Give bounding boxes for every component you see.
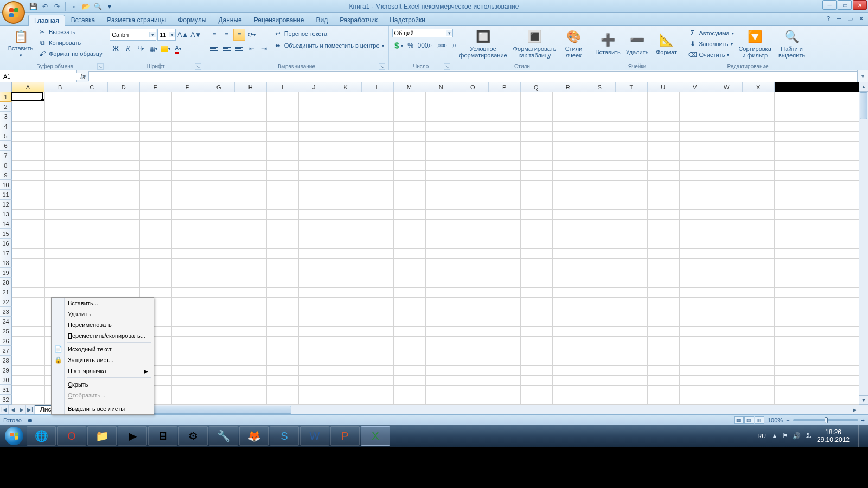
align-center-icon[interactable] bbox=[221, 43, 233, 55]
row-header[interactable]: 3 bbox=[0, 112, 12, 121]
undo-icon[interactable]: ↶ bbox=[40, 2, 50, 11]
help-icon[interactable]: ? bbox=[825, 15, 832, 22]
fill-button[interactable]: ⬇Заполнить▾ bbox=[687, 39, 735, 49]
row-header[interactable]: 25 bbox=[0, 326, 12, 336]
row-header[interactable]: 4 bbox=[0, 121, 12, 131]
fx-icon[interactable]: fx bbox=[80, 73, 85, 80]
taskbar-app3-icon[interactable]: 🔧 bbox=[209, 426, 238, 446]
column-header[interactable]: F bbox=[171, 82, 203, 92]
start-button[interactable] bbox=[2, 425, 26, 447]
ctx-item[interactable]: Выделить все листы bbox=[52, 403, 154, 414]
taskbar-ie-icon[interactable]: 🌐 bbox=[27, 426, 56, 446]
zoom-level[interactable]: 100% bbox=[768, 417, 783, 423]
column-header[interactable]: A bbox=[12, 82, 44, 92]
copy-button[interactable]: ⧉Копировать bbox=[37, 38, 104, 48]
taskbar-word-icon[interactable]: W bbox=[300, 426, 329, 446]
row-header[interactable]: 20 bbox=[0, 278, 12, 287]
format-table-button[interactable]: 🔳Форматировать как таблицу bbox=[512, 27, 558, 62]
align-left-icon[interactable] bbox=[208, 43, 220, 55]
nav-prev-icon[interactable]: ◀ bbox=[9, 405, 17, 414]
row-header[interactable]: 18 bbox=[0, 258, 12, 268]
column-header[interactable]: U bbox=[648, 82, 680, 92]
new-icon[interactable]: ▫ bbox=[69, 2, 79, 11]
row-header[interactable]: 23 bbox=[0, 307, 12, 317]
tab-view[interactable]: Вид bbox=[310, 14, 334, 25]
shrink-font-icon[interactable]: A▼ bbox=[190, 29, 202, 41]
ctx-item[interactable]: Цвет ярлычка▶ bbox=[52, 365, 154, 376]
row-header[interactable]: 19 bbox=[0, 268, 12, 278]
cond-format-button[interactable]: 🔲Условное форматирование bbox=[457, 27, 509, 62]
cut-button[interactable]: ✂Вырезать bbox=[37, 27, 104, 37]
column-header[interactable]: M bbox=[394, 82, 426, 92]
chevron-down-icon[interactable]: ▾ bbox=[149, 32, 156, 37]
nav-last-icon[interactable]: ▶I bbox=[26, 405, 35, 414]
row-header[interactable]: 30 bbox=[0, 375, 12, 385]
row-header[interactable]: 29 bbox=[0, 365, 12, 375]
font-launcher-icon[interactable]: ↘ bbox=[195, 63, 201, 70]
column-header[interactable]: W bbox=[711, 82, 743, 92]
print-preview-icon[interactable]: 🔍 bbox=[93, 2, 103, 11]
language-indicator[interactable]: RU bbox=[757, 433, 766, 439]
redo-icon[interactable]: ↷ bbox=[52, 2, 62, 11]
column-header[interactable]: S bbox=[584, 82, 616, 92]
row-header[interactable]: 26 bbox=[0, 336, 12, 346]
clipboard-launcher-icon[interactable]: ↘ bbox=[97, 63, 104, 70]
vscroll-thumb[interactable] bbox=[860, 92, 867, 119]
row-header[interactable]: 31 bbox=[0, 385, 12, 395]
tab-data[interactable]: Данные bbox=[212, 14, 247, 25]
font-color-button[interactable]: A▾ bbox=[172, 43, 184, 55]
taskbar-media-icon[interactable]: ▶ bbox=[118, 426, 147, 446]
vertical-scrollbar[interactable]: ▲ ▼ bbox=[859, 82, 868, 404]
row-header[interactable]: 2 bbox=[0, 102, 12, 112]
ctx-item[interactable]: Скрыть bbox=[52, 379, 154, 390]
qat-customize-icon[interactable]: ▾ bbox=[105, 2, 114, 11]
row-header[interactable]: 1 bbox=[0, 92, 12, 102]
scroll-up-icon[interactable]: ▲ bbox=[859, 82, 868, 92]
decrease-indent-icon[interactable]: ⇤ bbox=[246, 43, 258, 55]
font-size-input[interactable] bbox=[158, 31, 169, 38]
zoom-out-icon[interactable]: − bbox=[786, 417, 789, 423]
insert-cells-button[interactable]: ➕Вставить bbox=[595, 27, 622, 62]
row-header[interactable]: 6 bbox=[0, 141, 12, 151]
tab-formulas[interactable]: Формулы bbox=[172, 14, 212, 25]
column-header[interactable]: D bbox=[108, 82, 140, 92]
mdi-close-icon[interactable]: ✕ bbox=[857, 15, 865, 22]
mdi-restore-icon[interactable]: ▭ bbox=[846, 15, 854, 22]
row-header[interactable]: 21 bbox=[0, 287, 12, 297]
tray-volume-icon[interactable]: 🔊 bbox=[793, 432, 801, 440]
row-header[interactable]: 22 bbox=[0, 297, 12, 307]
ctx-item[interactable]: Удалить bbox=[52, 309, 154, 319]
name-box-input[interactable] bbox=[0, 73, 81, 80]
percent-format-icon[interactable]: % bbox=[405, 40, 417, 52]
ctx-item[interactable]: 🔒Защитить лист... bbox=[52, 355, 154, 365]
maximize-button[interactable]: ▭ bbox=[838, 0, 852, 10]
ctx-item[interactable]: Вставить... bbox=[52, 298, 154, 309]
row-header[interactable]: 12 bbox=[0, 200, 12, 209]
mdi-minimize-icon[interactable]: ─ bbox=[835, 15, 843, 22]
column-header[interactable]: V bbox=[679, 82, 711, 92]
column-header[interactable]: L bbox=[362, 82, 394, 92]
row-header[interactable]: 15 bbox=[0, 229, 12, 239]
bottom-align-icon[interactable]: ≡ bbox=[233, 29, 245, 41]
taskbar-firefox-icon[interactable]: 🦊 bbox=[239, 426, 269, 446]
row-header[interactable]: 13 bbox=[0, 209, 12, 219]
row-header[interactable]: 11 bbox=[0, 190, 12, 200]
nav-first-icon[interactable]: I◀ bbox=[0, 405, 9, 414]
office-button[interactable] bbox=[2, 1, 25, 24]
column-header[interactable]: B bbox=[44, 82, 76, 92]
number-format-combo[interactable]: ▾ bbox=[392, 29, 453, 37]
column-header[interactable]: J bbox=[298, 82, 330, 92]
chevron-down-icon[interactable]: ▾ bbox=[446, 30, 452, 36]
sort-filter-button[interactable]: 🔽Сортировка и фильтр bbox=[737, 27, 773, 62]
column-header[interactable]: R bbox=[552, 82, 584, 92]
formula-input-wrap[interactable] bbox=[88, 71, 857, 81]
ctx-item[interactable]: 📄Исходный текст bbox=[52, 344, 154, 355]
name-box[interactable]: ▾ bbox=[0, 70, 77, 82]
column-header[interactable]: K bbox=[330, 82, 362, 92]
tray-network-icon[interactable]: 🖧 bbox=[805, 432, 812, 440]
row-header[interactable]: 14 bbox=[0, 219, 12, 229]
column-header[interactable]: H bbox=[235, 82, 267, 92]
row-header[interactable]: 8 bbox=[0, 160, 12, 170]
tab-review[interactable]: Рецензирование bbox=[248, 14, 310, 25]
delete-cells-button[interactable]: ➖Удалить bbox=[624, 27, 651, 62]
